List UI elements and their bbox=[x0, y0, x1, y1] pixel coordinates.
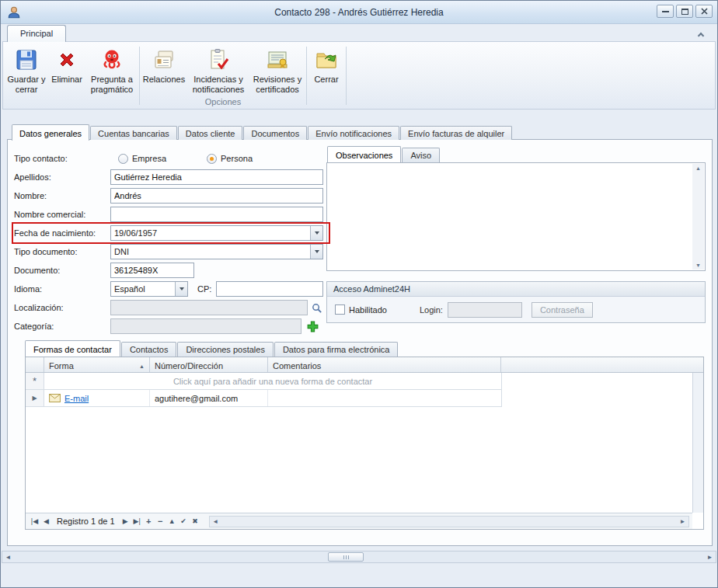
nombre-input[interactable] bbox=[110, 188, 323, 204]
tab-documentos[interactable]: Documentos bbox=[243, 126, 307, 140]
window-horizontal-scrollbar[interactable]: ◄ ► bbox=[2, 551, 716, 563]
contact-app-icon bbox=[7, 5, 21, 19]
tipo-documento-dropdown[interactable]: DNI bbox=[110, 244, 323, 259]
scroll-left-icon[interactable]: ◄ bbox=[2, 554, 14, 561]
tab-aviso[interactable]: Aviso bbox=[402, 148, 440, 162]
observaciones-textarea[interactable] bbox=[329, 165, 691, 269]
tab-observaciones[interactable]: Observaciones bbox=[327, 146, 401, 162]
idioma-dropdown[interactable]: Español bbox=[110, 281, 188, 297]
delete-record-button[interactable]: − bbox=[155, 517, 166, 526]
last-record-button[interactable]: ▶| bbox=[131, 517, 143, 525]
grid-horizontal-scrollbar[interactable]: ◄ ► bbox=[209, 516, 689, 527]
scroll-left-icon[interactable]: ◄ bbox=[210, 518, 221, 525]
ribbon: Guardar y cerrar Eliminar bbox=[2, 41, 716, 110]
certificate-icon bbox=[265, 47, 290, 72]
tab-formas-de-contactar[interactable]: Formas de contactar bbox=[25, 340, 120, 357]
habilitado-label: Habilitado bbox=[349, 305, 387, 315]
fecha-nacimiento-value: 19/06/1957 bbox=[111, 226, 310, 240]
scroll-right-icon[interactable]: ► bbox=[704, 554, 716, 561]
categoria-row: Categoría: bbox=[14, 317, 329, 336]
observaciones-box: ▲ ▼ bbox=[326, 162, 706, 271]
tab-datos-firma-electronica[interactable]: Datos para firma electrónica bbox=[274, 342, 399, 357]
relaciones-button[interactable]: Relaciones bbox=[141, 44, 187, 86]
cp-input[interactable] bbox=[216, 281, 323, 297]
grid-row-email[interactable]: ▶ E-mail agutihere@gmail.com bbox=[26, 390, 502, 407]
add-record-button[interactable]: + bbox=[143, 517, 155, 526]
titlebar: Contacto 298 - Andrés Gutiérrez Heredia bbox=[1, 1, 717, 24]
record-navigator: |◀ ◀ Registro 1 de 1 ▶ ▶| + − ▲ ✔ ✖ ◄ ► bbox=[26, 513, 692, 529]
tipo-documento-dropdown-button[interactable] bbox=[310, 245, 322, 259]
scroll-right-icon[interactable]: ► bbox=[677, 518, 688, 525]
cancel-edit-button[interactable]: ✖ bbox=[190, 517, 201, 525]
grid-header: Forma ▲ Número/Dirección Comentarios bbox=[26, 357, 703, 373]
tab-datos-cliente[interactable]: Datos cliente bbox=[178, 126, 243, 140]
eliminar-button[interactable]: Eliminar bbox=[48, 44, 85, 86]
tab-datos-generales[interactable]: Datos generales bbox=[12, 124, 89, 141]
radio-empresa[interactable] bbox=[118, 154, 128, 164]
observaciones-tabstrip: Observaciones Aviso bbox=[326, 146, 706, 162]
incidencias-button[interactable]: Incidencias y notificaciones bbox=[187, 44, 249, 96]
ribbon-collapse-button[interactable] bbox=[692, 28, 709, 40]
radio-persona[interactable] bbox=[207, 154, 217, 164]
radio-empresa-label: Empresa bbox=[132, 154, 166, 163]
contact-methods-tabstrip: Formas de contactar Contactos Direccione… bbox=[25, 340, 399, 357]
localizacion-lookup-button[interactable] bbox=[309, 301, 323, 315]
revisiones-button[interactable]: Revisiones y certificados bbox=[249, 44, 305, 96]
add-categoria-button[interactable] bbox=[305, 318, 320, 334]
scroll-track[interactable] bbox=[221, 517, 677, 527]
tab-contactos[interactable]: Contactos bbox=[121, 342, 177, 357]
tab-envio-notificaciones[interactable]: Envío notificaciones bbox=[308, 126, 399, 140]
ribbon-tabrow: Principal bbox=[1, 24, 717, 41]
scroll-down-icon[interactable]: ▼ bbox=[695, 261, 701, 270]
tab-cuentas-bancarias[interactable]: Cuentas bancarias bbox=[90, 126, 177, 140]
grid-new-row[interactable]: * Click aquí para añadir una nueva forma… bbox=[26, 373, 502, 390]
ribbon-tab-principal[interactable]: Principal bbox=[7, 25, 66, 42]
habilitado-checkbox[interactable] bbox=[335, 304, 345, 315]
ribbon-separator bbox=[306, 47, 307, 105]
tab-direcciones-postales[interactable]: Direcciones postales bbox=[177, 342, 274, 357]
close-icon bbox=[701, 8, 708, 15]
new-row-hint[interactable]: Click aquí para añadir una nueva forma d… bbox=[44, 373, 501, 389]
apellidos-input[interactable] bbox=[110, 169, 323, 185]
maximize-button[interactable] bbox=[676, 5, 693, 18]
column-header-forma[interactable]: Forma ▲ bbox=[44, 357, 150, 372]
categoria-input bbox=[110, 318, 301, 334]
localizacion-row: Localización: bbox=[14, 298, 329, 317]
grid-vertical-scrollbar[interactable] bbox=[692, 373, 703, 513]
close-button[interactable] bbox=[695, 5, 713, 18]
tipo-documento-label: Tipo documento: bbox=[14, 247, 110, 256]
ribbon-group-caption: Opciones bbox=[141, 97, 305, 109]
scroll-up-icon[interactable]: ▲ bbox=[695, 164, 701, 172]
first-record-button[interactable]: |◀ bbox=[29, 517, 40, 525]
octopus-icon bbox=[99, 47, 124, 72]
new-row-indicator-icon: * bbox=[26, 373, 44, 389]
email-link[interactable]: E-mail bbox=[64, 394, 89, 403]
next-record-button[interactable]: ▶ bbox=[120, 517, 131, 525]
minimize-button[interactable] bbox=[657, 5, 674, 18]
acceso-adminet-body: Habilitado Login: Contraseña bbox=[327, 297, 705, 322]
observaciones-scrollbar[interactable]: ▲ ▼ bbox=[692, 164, 704, 270]
tab-envio-facturas[interactable]: Envío facturas de alquiler bbox=[400, 126, 512, 140]
forma-cell[interactable]: E-mail bbox=[44, 390, 150, 406]
comentarios-cell[interactable] bbox=[268, 390, 501, 406]
contact-methods-grid: Forma ▲ Número/Dirección Comentarios * C… bbox=[25, 357, 704, 530]
ribbon-group-main: Guardar y cerrar Eliminar bbox=[5, 43, 138, 109]
column-header-comentarios[interactable]: Comentarios bbox=[268, 357, 501, 372]
direccion-cell[interactable]: agutihere@gmail.com bbox=[150, 390, 268, 406]
previous-record-button[interactable]: ◀ bbox=[40, 517, 52, 525]
nombre-comercial-input[interactable] bbox=[110, 207, 323, 222]
column-header-numero-direccion[interactable]: Número/Dirección bbox=[150, 357, 268, 372]
localizacion-label: Localización: bbox=[14, 303, 110, 312]
edit-record-button[interactable]: ▲ bbox=[166, 517, 178, 525]
scrollbar-thumb[interactable] bbox=[328, 552, 364, 562]
fecha-nacimiento-dropdown-button[interactable] bbox=[310, 226, 322, 240]
idioma-dropdown-button[interactable] bbox=[175, 282, 187, 296]
tipo-contacto-label: Tipo contacto: bbox=[14, 154, 110, 163]
cerrar-button[interactable]: Cerrar bbox=[308, 44, 345, 86]
pregunta-pragmatico-button[interactable]: Pregunta a pragmático bbox=[85, 44, 138, 96]
documento-input[interactable] bbox=[110, 263, 194, 278]
main-tabstrip: Datos generales Cuentas bancarias Datos … bbox=[12, 124, 513, 140]
guardar-y-cerrar-button[interactable]: Guardar y cerrar bbox=[5, 44, 48, 96]
fecha-nacimiento-dropdown[interactable]: 19/06/1957 bbox=[110, 225, 323, 241]
post-edit-button[interactable]: ✔ bbox=[178, 517, 190, 525]
